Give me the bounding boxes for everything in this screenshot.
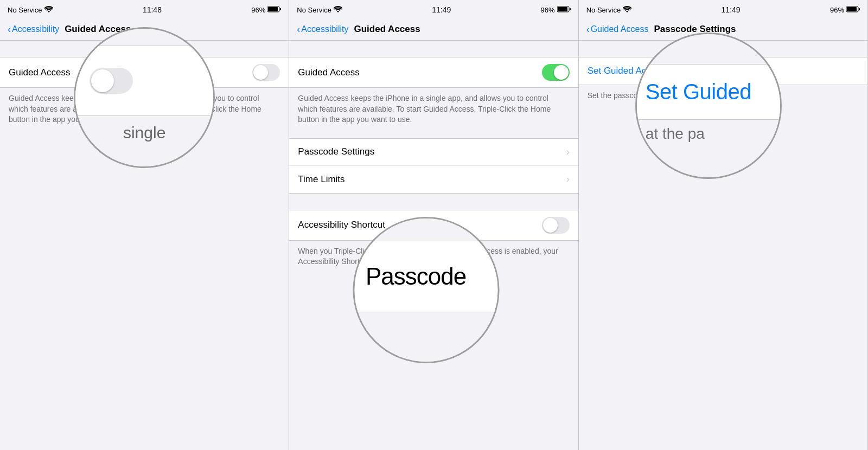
battery-percent-2: 96% bbox=[541, 6, 555, 14]
content-3: Set Guided Access Passcode Set the passc… bbox=[579, 41, 867, 450]
status-time-3: 11:49 bbox=[722, 5, 741, 14]
back-button-2[interactable]: ‹ Accessibility bbox=[297, 24, 348, 34]
wifi-icon-2 bbox=[334, 6, 342, 14]
back-text-3[interactable]: Guided Access bbox=[591, 24, 649, 34]
guided-access-section-2: Guided Access bbox=[289, 57, 578, 88]
guided-access-row-2: Guided Access bbox=[289, 57, 578, 87]
nav-bar-2: ‹ Accessibility Guided Access bbox=[289, 20, 578, 41]
svg-rect-1 bbox=[268, 7, 278, 11]
passcode-desc-3: Set the passcode used when Guided Access… bbox=[579, 85, 867, 109]
passcode-settings-label: Passcode Settings bbox=[298, 146, 374, 157]
svg-rect-5 bbox=[570, 8, 571, 10]
battery-percent-3: 96% bbox=[830, 6, 844, 14]
status-bar-1: No Service 11:48 96% bbox=[0, 0, 289, 20]
battery-icon-3 bbox=[846, 6, 860, 14]
battery-percent-1: 96% bbox=[251, 6, 265, 14]
wifi-icon-3 bbox=[623, 6, 631, 14]
back-text-1[interactable]: Accessibility bbox=[12, 24, 59, 34]
guided-access-row-1: Guided Access bbox=[0, 57, 289, 87]
svg-rect-7 bbox=[847, 7, 857, 11]
nav-title-1: Guided Access bbox=[65, 24, 131, 35]
time-limits-row[interactable]: Time Limits › bbox=[289, 166, 578, 193]
accessibility-shortcut-toggle[interactable] bbox=[542, 217, 570, 234]
panel-2: No Service 11:49 96% ‹ Accessibility Gui… bbox=[289, 0, 578, 450]
content-2: Guided Access Guided Access keeps the iP… bbox=[289, 41, 578, 450]
content-1: Guided Access Guided Access keeps the iP… bbox=[0, 41, 289, 450]
svg-rect-8 bbox=[859, 8, 860, 10]
guided-access-toggle-1[interactable] bbox=[252, 64, 280, 81]
panel-1: No Service 11:48 96% ‹ Accessibility Gui… bbox=[0, 0, 289, 450]
guided-access-desc-2: Guided Access keeps the iPhone in a sing… bbox=[289, 88, 578, 133]
status-bar-2: No Service 11:49 96% bbox=[289, 0, 578, 20]
status-time-1: 11:48 bbox=[143, 5, 162, 14]
set-guided-access-passcode-label: Set Guided Access Passcode bbox=[588, 66, 709, 76]
gap-2c bbox=[289, 194, 578, 210]
back-chevron-2: ‹ bbox=[297, 24, 300, 34]
back-chevron-3: ‹ bbox=[586, 24, 590, 34]
toggle-thumb-2 bbox=[554, 65, 569, 80]
set-guided-access-passcode-row[interactable]: Set Guided Access Passcode bbox=[579, 57, 867, 85]
back-text-2[interactable]: Accessibility bbox=[301, 24, 348, 34]
battery-icon-1 bbox=[267, 6, 281, 14]
no-service-text-3: No Service bbox=[586, 6, 621, 14]
panel-3: No Service 11:49 96% ‹ Guided Access Pas… bbox=[579, 0, 868, 450]
gap-2 bbox=[289, 41, 578, 57]
nav-title-3: Passcode Settings bbox=[654, 24, 736, 35]
accessibility-section-2: Accessibility Shortcut bbox=[289, 210, 578, 241]
accessibility-shortcut-desc: When you Triple-Click the Home button wh… bbox=[289, 241, 578, 275]
no-service-text-1: No Service bbox=[8, 6, 42, 14]
guided-access-section-1: Guided Access bbox=[0, 57, 289, 88]
gap-2b bbox=[289, 133, 578, 138]
passcode-settings-row[interactable]: Passcode Settings › bbox=[289, 139, 578, 166]
battery-icon-2 bbox=[557, 6, 571, 14]
no-service-text-2: No Service bbox=[297, 6, 331, 14]
status-time-2: 11:49 bbox=[432, 5, 451, 14]
status-bar-3: No Service 11:49 96% bbox=[579, 0, 867, 20]
time-limits-chevron: › bbox=[566, 173, 570, 185]
nav-bar-1: ‹ Accessibility Guided Access bbox=[0, 20, 289, 41]
accessibility-shortcut-label: Accessibility Shortcut bbox=[298, 220, 385, 230]
accessibility-shortcut-row: Accessibility Shortcut bbox=[289, 210, 578, 240]
status-left-2: No Service bbox=[297, 6, 342, 14]
passcode-settings-chevron: › bbox=[566, 146, 570, 158]
gap-1 bbox=[0, 41, 289, 57]
status-left-1: No Service bbox=[8, 6, 53, 14]
guided-access-label-1: Guided Access bbox=[9, 67, 70, 78]
svg-rect-2 bbox=[280, 8, 281, 10]
wifi-icon-1 bbox=[44, 6, 53, 14]
guided-access-label-2: Guided Access bbox=[298, 67, 359, 78]
nav-bar-3: ‹ Guided Access Passcode Settings bbox=[579, 20, 867, 41]
status-right-2: 96% bbox=[541, 6, 571, 14]
svg-rect-4 bbox=[558, 7, 567, 11]
back-button-1[interactable]: ‹ Accessibility bbox=[8, 24, 59, 34]
status-right-1: 96% bbox=[251, 6, 281, 14]
accessibility-toggle-thumb bbox=[543, 218, 558, 233]
passcode-settings-section-3: Set Guided Access Passcode bbox=[579, 57, 867, 85]
gap-3 bbox=[579, 41, 867, 57]
back-chevron-1: ‹ bbox=[8, 24, 11, 34]
status-left-3: No Service bbox=[586, 6, 632, 14]
guided-access-desc-1: Guided Access keeps the iPhone in a sing… bbox=[0, 88, 289, 133]
status-right-3: 96% bbox=[830, 6, 860, 14]
nav-title-2: Guided Access bbox=[354, 24, 420, 35]
guided-access-toggle-2[interactable] bbox=[542, 64, 570, 81]
time-limits-label: Time Limits bbox=[298, 174, 344, 185]
back-button-3[interactable]: ‹ Guided Access bbox=[586, 24, 649, 34]
toggle-thumb-1 bbox=[253, 65, 268, 80]
passcode-section-2: Passcode Settings › Time Limits › bbox=[289, 138, 578, 194]
